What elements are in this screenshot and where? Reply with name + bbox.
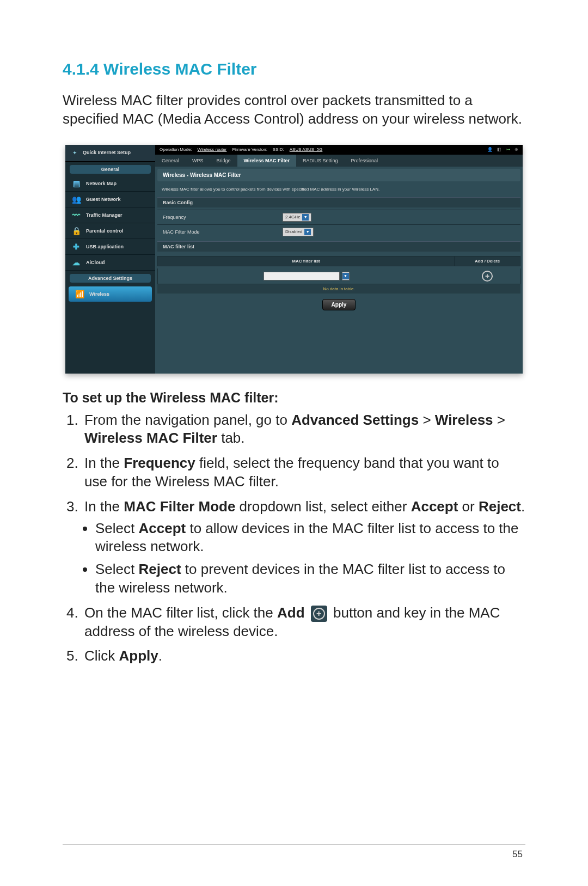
step-5: Click Apply. <box>82 647 525 665</box>
section-heading: 4.1.4 Wireless MAC Filter <box>63 60 525 78</box>
sidebar-item-label: USB application <box>86 244 124 249</box>
main-panel: Operation Mode: Wireless router Firmware… <box>155 145 523 374</box>
instructions-heading: To set up the Wireless MAC filter: <box>63 390 525 406</box>
mac-filter-list-header: MAC filter list <box>157 241 520 252</box>
usb-icon: ✚ <box>71 241 82 252</box>
top-info-bar: Operation Mode: Wireless router Firmware… <box>155 145 523 155</box>
chevron-down-icon: ▼ <box>342 273 349 279</box>
quick-internet-setup[interactable]: ✦ Quick Internet Setup <box>65 145 155 162</box>
frequency-label: Frequency <box>157 212 277 223</box>
sidebar-item-label: Traffic Manager <box>86 212 122 218</box>
sidebar-item-label: Wireless <box>89 291 109 297</box>
mac-filter-mode-select[interactable]: Disabled ▼ <box>283 228 314 236</box>
step-2: In the Frequency field, select the frequ… <box>82 454 525 491</box>
mac-filter-mode-value: Disabled <box>285 229 302 234</box>
section-title-text: Wireless MAC Filter <box>103 60 256 78</box>
sidebar-item-parental-control[interactable]: 🔒 Parental control <box>65 223 155 239</box>
sidebar-item-label: Parental control <box>86 228 124 234</box>
sidebar-item-label: Guest Network <box>86 197 121 202</box>
cloud-icon: ☁ <box>71 257 82 268</box>
frequency-select[interactable]: 2.4GHz ▼ <box>283 213 311 222</box>
status-icons: 👤 ◧ ⊶ ⊕ <box>487 147 518 152</box>
tab-bridge[interactable]: Bridge <box>210 155 237 167</box>
th-mac-list: MAC filter list <box>158 256 455 266</box>
quick-setup-label: Quick Internet Setup <box>83 150 131 156</box>
network-map-icon: ▤ <box>71 178 82 189</box>
panel-description: Wireless MAC filter allows you to contro… <box>155 184 523 195</box>
mac-dropdown[interactable]: ▼ <box>342 272 350 280</box>
sidebar-item-usb-app[interactable]: ✚ USB application <box>65 239 155 255</box>
category-general: General <box>70 165 151 174</box>
mac-filter-mode-row: MAC Filter Mode Disabled ▼ <box>157 224 520 239</box>
tab-radius[interactable]: RADIUS Setting <box>296 155 345 167</box>
tab-professional[interactable]: Professional <box>345 155 385 167</box>
lock-icon: 🔒 <box>71 225 82 236</box>
tab-mac-filter[interactable]: Wireless MAC Filter <box>237 155 296 167</box>
step-3b: Select Reject to prevent devices in the … <box>95 560 525 597</box>
tab-wps[interactable]: WPS <box>186 155 210 167</box>
no-data-message: No data in table. <box>157 284 520 294</box>
sidebar-item-traffic-manager[interactable]: 〰 Traffic Manager <box>65 207 155 223</box>
sidebar-item-label: Network Map <box>86 181 117 186</box>
mac-address-input[interactable] <box>264 272 340 280</box>
steps-list: From the navigation panel, go to Advance… <box>63 411 525 666</box>
th-add-delete: Add / Delete <box>455 256 520 266</box>
panel-title: Wireless - Wireless MAC Filter <box>157 169 520 181</box>
mac-input-row: ▼ + <box>157 268 520 284</box>
step-4: On the MAC filter list, click the Add + … <box>82 604 525 641</box>
intro-paragraph: Wireless MAC filter provides control ove… <box>63 91 525 129</box>
step-3: In the MAC Filter Mode dropdown list, se… <box>82 498 525 597</box>
apply-button[interactable]: Apply <box>322 299 356 310</box>
section-number: 4.1.4 <box>63 60 99 78</box>
user-icon[interactable]: 👤 <box>487 147 493 152</box>
guest-network-icon: 👥 <box>71 194 82 205</box>
inline-add-icon: + <box>311 606 327 622</box>
mac-filter-mode-label: MAC Filter Mode <box>157 227 277 237</box>
frequency-value: 2.4GHz <box>285 215 300 219</box>
frequency-row: Frequency 2.4GHz ▼ <box>157 210 520 224</box>
op-mode-value[interactable]: Wireless router <box>198 147 227 152</box>
sidebar-item-aicloud[interactable]: ☁ AiCloud <box>65 255 155 271</box>
fw-label: Firmware Version: <box>232 147 267 152</box>
plus-icon: + <box>313 608 325 620</box>
footer-divider <box>63 844 525 845</box>
signal-icon[interactable]: ◧ <box>497 147 501 152</box>
router-ui-screenshot: ✦ Quick Internet Setup General ▤ Network… <box>65 145 523 374</box>
wireless-tabs: General WPS Bridge Wireless MAC Filter R… <box>155 155 523 167</box>
mac-table-header: MAC filter list Add / Delete <box>157 256 520 266</box>
globe-icon[interactable]: ⊕ <box>514 147 518 152</box>
sidebar: ✦ Quick Internet Setup General ▤ Network… <box>65 145 155 374</box>
op-mode-label: Operation Mode: <box>160 147 192 152</box>
traffic-icon: 〰 <box>71 210 82 221</box>
magic-wand-icon: ✦ <box>70 148 79 158</box>
usb-status-icon[interactable]: ⊶ <box>506 147 510 152</box>
ssid-label: SSID: <box>273 147 284 152</box>
tab-general[interactable]: General <box>155 155 186 167</box>
sidebar-item-guest-network[interactable]: 👥 Guest Network <box>65 192 155 207</box>
chevron-down-icon: ▼ <box>304 229 311 235</box>
step-3a: Select Accept to allow devices in the MA… <box>95 520 525 557</box>
category-advanced: Advanced Settings <box>70 274 151 283</box>
step-3-sublist: Select Accept to allow devices in the MA… <box>95 520 525 597</box>
sidebar-item-label: AiCloud <box>86 260 105 265</box>
basic-config-header: Basic Config <box>157 197 520 207</box>
page-number: 55 <box>512 849 523 860</box>
sidebar-item-network-map[interactable]: ▤ Network Map <box>65 176 155 192</box>
step-1: From the navigation panel, go to Advance… <box>82 411 525 448</box>
chevron-down-icon: ▼ <box>302 214 309 221</box>
sidebar-item-wireless[interactable]: 📶 Wireless <box>69 286 152 302</box>
add-button[interactable]: + <box>482 271 493 282</box>
ssid-value: ASUS ASUS_5G <box>290 147 322 152</box>
wifi-icon: 📶 <box>74 289 85 300</box>
